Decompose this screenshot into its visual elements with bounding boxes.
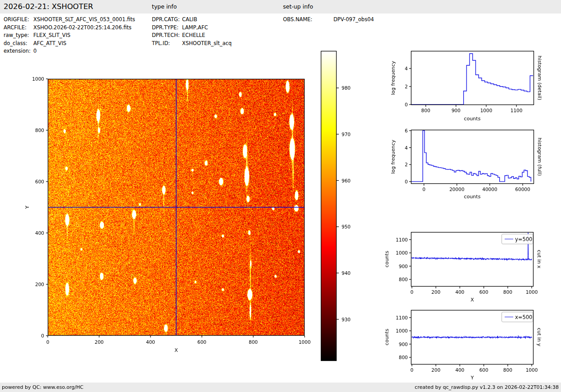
type-info-heading: type info xyxy=(152,0,177,14)
colorbar-tick-label: 960 xyxy=(342,178,351,183)
tick-label: 4 xyxy=(405,145,408,150)
legend-line-sample xyxy=(505,317,513,317)
main-xaxis-label: X xyxy=(174,347,178,353)
tick-label: 1000 xyxy=(32,76,44,82)
tick-label: 600 xyxy=(35,179,44,184)
meta-value: CALIB xyxy=(182,16,197,23)
tick-label: 800 xyxy=(503,367,512,373)
colorbar-tick-label: 940 xyxy=(342,270,351,276)
tick-label: 400 xyxy=(455,289,464,295)
tick-label: 0 xyxy=(410,289,414,295)
meta-label: extension: xyxy=(4,48,31,54)
tick-label: 0 xyxy=(41,333,44,338)
meta-value: XSHOOTER_slt_acq xyxy=(182,40,232,46)
meta-label: DPR.CATG: xyxy=(152,16,180,23)
tick-label: 400 xyxy=(455,367,464,373)
colorbar-tick-label: 950 xyxy=(342,224,351,229)
tick-label: 800 xyxy=(249,339,258,345)
meta-label: DPR.TECH: xyxy=(152,32,180,38)
tick-label: 900 xyxy=(399,264,408,269)
hist-full-side-title: histogram (full) xyxy=(537,138,543,176)
tick-label: 0 xyxy=(46,339,50,345)
tick-label: 1100 xyxy=(396,237,408,242)
footer-powered-by: powered by QC: www.eso.org/HC xyxy=(2,383,83,392)
tick-label: 40000 xyxy=(482,187,497,192)
tick-label: 800 xyxy=(421,108,430,113)
tick-label: 900 xyxy=(452,108,461,113)
detector-image xyxy=(48,79,305,336)
hist-full-ylabel: log frequency xyxy=(390,140,396,173)
histogram-detail-plot xyxy=(409,51,534,107)
main-yaxis-label: Y xyxy=(24,206,30,209)
meta-value: DPV-097_obs04 xyxy=(333,16,374,23)
tick-label: 0 xyxy=(410,367,414,373)
legend-line-sample xyxy=(505,239,513,239)
tick-label: 600 xyxy=(479,289,488,295)
tick-label: 200 xyxy=(35,282,44,287)
meta-label: TPL.ID: xyxy=(152,40,170,46)
cut-x-legend: y=500 xyxy=(502,234,533,244)
tick-label: 600 xyxy=(197,339,206,345)
meta-value: AFC_ATT_VIS xyxy=(33,40,66,46)
cut-y-side-title: cut in y xyxy=(536,328,542,346)
tick-label: 200 xyxy=(431,289,440,295)
tick-label: 2 xyxy=(405,84,408,89)
tick-label: 1000 xyxy=(526,367,538,373)
hist-detail-side-title: histogram (detail) xyxy=(537,56,543,100)
tick-label: 800 xyxy=(399,355,408,360)
meta-label: DPR.TYPE: xyxy=(152,24,178,31)
cut-y-xlabel: Y xyxy=(471,375,474,381)
meta-value: FLEX_SLIT_VIS xyxy=(33,32,70,38)
tick-label: 1000 xyxy=(299,339,311,345)
tick-label: 800 xyxy=(399,277,408,282)
tick-label: 0 xyxy=(405,179,408,184)
meta-value: 0 xyxy=(33,48,36,54)
tick-label: 1100 xyxy=(511,108,523,113)
meta-value: ECHELLE xyxy=(182,32,205,38)
cut-y-legend: x=500 xyxy=(502,312,533,322)
tick-label: 800 xyxy=(35,128,44,133)
hist-detail-ylabel: log frequency xyxy=(390,61,396,95)
meta-label: ARCFILE: xyxy=(4,24,27,31)
meta-value: XSHOO.2026-02-22T00:25:14.206.fits xyxy=(33,24,132,31)
hist-full-xlabel: counts xyxy=(464,194,481,200)
tick-label: 400 xyxy=(146,339,155,345)
tick-label: 1000 xyxy=(396,328,408,333)
tick-label: 6 xyxy=(405,128,408,133)
cut-x-ylabel: counts xyxy=(384,251,390,268)
tick-label: 1100 xyxy=(396,315,408,320)
tick-label: 0 xyxy=(423,187,426,192)
meta-label: OBS.NAME: xyxy=(283,16,312,23)
qc-report-page: { "header": { "title": "2026-02-21: XSHO… xyxy=(0,0,561,392)
cut-y-ylabel: counts xyxy=(384,329,390,346)
tick-label: 1000 xyxy=(480,108,493,113)
tick-label: 200 xyxy=(431,367,440,373)
colorbar xyxy=(321,51,337,361)
cut-x-legend-label: y=500 xyxy=(515,236,532,242)
cut-y-legend-label: x=500 xyxy=(515,314,532,320)
meta-label: raw_type: xyxy=(4,32,29,38)
cut-x-side-title: cut in x xyxy=(536,250,542,269)
header-bar: 2026-02-21: XSHOOTER type info set-up in… xyxy=(0,0,561,14)
tick-label: 60000 xyxy=(515,187,530,192)
meta-label: ORIGFILE: xyxy=(4,16,29,23)
page-title: 2026-02-21: XSHOOTER xyxy=(4,0,93,14)
tick-label: 600 xyxy=(479,367,488,373)
hist-detail-xlabel: counts xyxy=(464,116,481,122)
meta-value: XSHOOTER_SLT_AFC_VIS_053_0001.fits xyxy=(33,16,135,23)
footer-bar: powered by QC: www.eso.org/HC created by… xyxy=(0,383,561,392)
meta-label: do_class: xyxy=(4,40,27,46)
tick-label: 900 xyxy=(399,342,408,347)
tick-label: 200 xyxy=(95,339,104,345)
tick-label: 1000 xyxy=(526,289,538,295)
meta-value: LAMP,AFC xyxy=(182,24,208,31)
colorbar-tick-label: 930 xyxy=(342,317,351,322)
cut-x-xlabel: X xyxy=(470,297,474,303)
tick-label: 0 xyxy=(405,102,408,107)
histogram-full-plot xyxy=(409,130,534,186)
colorbar-tick-label: 980 xyxy=(342,85,351,91)
footer-created-by: created by qc_rawdisp.py v1.2.3 on 2026-… xyxy=(415,383,559,392)
colorbar-tick-label: 970 xyxy=(342,132,351,137)
tick-label: 400 xyxy=(35,230,44,236)
tick-label: 20000 xyxy=(449,187,464,192)
